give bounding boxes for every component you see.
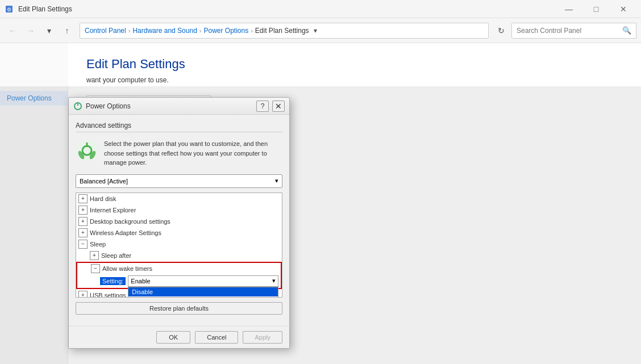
restore-defaults-button[interactable]: Restore plan defaults [76,302,282,315]
titlebar-title: Edit Plan Settings [18,5,551,13]
breadcrumb-current: Edit Plan Settings [255,27,309,35]
main-window: ⚙ Edit Plan Settings — □ ✕ ← → ▾ ↑ Contr… [0,0,641,364]
navbar: ← → ▾ ↑ Control Panel › Hardware and Sou… [0,18,641,43]
maximize-button[interactable]: □ [583,0,609,18]
svg-rect-3 [77,103,78,106]
tree-item-harddisk[interactable]: + Hard disk [76,193,282,204]
search-box: 🔍 [511,23,636,39]
svg-text:⚙: ⚙ [7,7,11,12]
forward-button[interactable]: → [23,23,39,39]
expand-ie[interactable]: + [78,206,88,215]
plan-dropdown[interactable]: Balanced [Active] ▾ [76,174,282,188]
expand-sleep-after[interactable]: + [90,251,99,260]
search-icon: 🔍 [622,26,631,35]
expand-harddisk[interactable]: + [78,194,88,203]
tree-item-sleep[interactable]: − Sleep [76,239,282,250]
minimize-button[interactable]: — [556,0,582,18]
titlebar: ⚙ Edit Plan Settings — □ ✕ [0,0,641,18]
dropdown-options: Disable Enable Important Wake Timers Onl… [128,287,278,298]
dialog-info-icon [76,139,98,162]
dialog-tab: Advanced settings [76,122,282,132]
breadcrumb-control-panel[interactable]: Control Panel [85,27,126,35]
dialog-title: Power Options [86,102,253,110]
setting-row: Setting: Enable ▾ Disable Enable [77,274,281,288]
plan-dropdown-value: Balanced [Active] [80,178,128,185]
setting-label: Setting: [100,277,126,285]
refresh-button[interactable]: ↻ [493,23,509,39]
back-button[interactable]: ← [5,23,20,39]
page-title: Edit Plan Settings [86,57,623,72]
breadcrumb-hardware-sound[interactable]: Hardware and Sound [132,27,197,35]
close-button[interactable]: ✕ [610,0,636,18]
settings-tree[interactable]: + Hard disk + Internet Explorer + Deskto… [76,193,282,298]
expand-wireless[interactable]: + [78,228,88,237]
dialog-ok-button[interactable]: OK [156,331,190,344]
breadcrumb-power-options[interactable]: Power Options [203,27,248,35]
dialog-titlebar: Power Options ? ✕ [69,98,289,115]
setting-value: Enable [131,278,150,284]
wake-timers-section: − Allow wake timers Setting: Enable ▾ [76,262,282,289]
expand-wake-timers[interactable]: − [91,264,100,273]
dialog-help-button[interactable]: ? [256,101,269,112]
breadcrumb-dropdown[interactable]: ▾ [314,27,317,35]
setting-dropdown[interactable]: Enable ▾ [128,275,278,287]
dialog-info-text: Select the power plan that you want to c… [104,139,282,168]
dialog-power-icon [73,102,82,111]
tree-item-desktop[interactable]: + Desktop background settings [76,216,282,227]
breadcrumb: Control Panel › Hardware and Sound › Pow… [80,23,489,39]
titlebar-buttons: — □ ✕ [556,0,636,18]
svg-rect-6 [86,143,88,147]
setting-dropdown-container: Enable ▾ Disable Enable Important Wake T… [128,275,278,287]
expand-sleep[interactable]: − [78,240,88,249]
tree-item-sleep-after[interactable]: + Sleep after [76,250,282,261]
dialog-info: Select the power plan that you want to c… [76,139,282,168]
dialog-apply-button[interactable]: Apply [243,331,282,344]
tree-item-wake-timers[interactable]: − Allow wake timers [77,263,281,274]
expand-usb[interactable]: + [78,291,88,298]
dialog-close-button[interactable]: ✕ [272,101,285,112]
option-disable[interactable]: Disable [128,287,278,296]
up-button[interactable]: ↑ [59,23,75,39]
content-area: Power Options Edit Plan Settings want yo… [0,43,641,364]
tree-item-ie[interactable]: + Internet Explorer [76,204,282,216]
titlebar-icon: ⚙ [5,5,14,14]
search-input[interactable] [517,27,620,35]
content-description: want your computer to use. [86,76,623,84]
dialog-cancel-button[interactable]: Cancel [195,331,238,344]
expand-desktop[interactable]: + [78,217,88,226]
recent-locations-button[interactable]: ▾ [41,23,57,39]
dialog-body: Advanced settings Select th [69,115,289,326]
power-options-dialog: Power Options ? ✕ Advanced settings [68,97,290,349]
dialog-buttons: OK Cancel Apply [69,326,289,348]
tree-item-wireless[interactable]: + Wireless Adapter Settings [76,227,282,239]
